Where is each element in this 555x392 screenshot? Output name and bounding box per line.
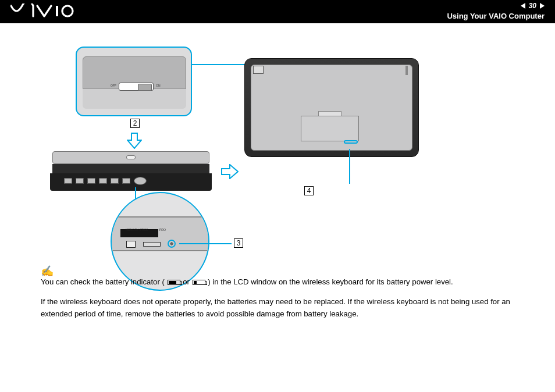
svg-rect-0 [56,6,58,16]
label-on: ON [156,84,161,87]
port-icon [126,241,136,248]
prev-page-icon[interactable] [521,3,525,9]
note-text-b: ) in the LCD window on the wireless keyb… [208,277,453,286]
page-nav: 30 Using Your VAIO Computer [447,1,545,22]
ref-3: 3 [234,238,243,248]
note-text-a: You can check the battery indicator ( [41,277,165,286]
note-icon: ✍ [41,265,54,277]
page-number: 30 [529,1,536,11]
label-off: OFF [111,84,116,87]
label-pro: PRO [159,228,166,231]
keyboard-feature [253,66,264,74]
ref-2: 2 [130,119,140,128]
vaio-logo [10,3,74,19]
diagram: OFF ON 2 MEMORY STICK PRO 3 [41,35,518,279]
battery-low-icon [193,280,205,285]
note-paragraph: You can check the battery indicator ( or… [41,276,532,288]
keyboard-feature [405,66,408,75]
battery-full-icon [168,280,180,285]
keyboard-back-view [244,58,419,157]
port-icon [143,242,161,247]
header-bar: 30 Using Your VAIO Computer [0,0,555,23]
device-front-view [52,151,209,192]
down-arrow-icon [127,133,142,149]
connect-button-highlight [168,240,176,248]
right-arrow-icon [221,164,239,179]
next-page-icon[interactable] [540,3,545,9]
battery-latch-highlight [344,140,358,144]
callout-switch: OFF ON [76,47,192,116]
paragraph-2: If the wireless keyboard does not operat… [41,296,532,320]
section-title: Using Your VAIO Computer [447,11,545,22]
note-or: or [183,277,191,286]
device-edge-lip [83,88,186,109]
ref-4: 4 [304,186,314,195]
svg-point-1 [62,6,73,16]
body-text: You can check the battery indicator ( or… [41,276,532,328]
label-memorystick: MEMORY STICK [126,228,148,231]
battery-cover [301,116,359,141]
power-switch [119,83,154,91]
leader-line [349,149,350,184]
leader-line [179,243,232,244]
